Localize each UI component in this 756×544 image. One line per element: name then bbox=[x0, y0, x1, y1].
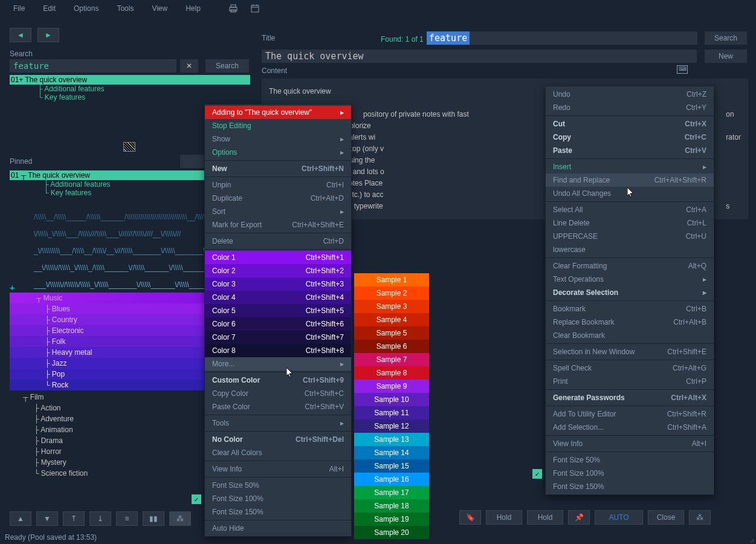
move-top-icon[interactable]: ⤒ bbox=[63, 511, 85, 526]
menu-item[interactable]: Font Size 50% bbox=[205, 479, 351, 492]
menu-item[interactable]: Auto Hide bbox=[205, 522, 351, 535]
sample-color[interactable]: Sample 20 bbox=[354, 526, 429, 539]
close-button[interactable]: Close bbox=[648, 510, 684, 525]
menu-item[interactable]: ✓Font Size 100% bbox=[205, 492, 351, 505]
menu-item[interactable]: Custom ColorCtrl+Shift+9 bbox=[205, 374, 351, 387]
sample-color[interactable]: Sample 14 bbox=[354, 446, 429, 459]
menu-options[interactable]: Options bbox=[65, 2, 107, 15]
menu-item[interactable]: Add Selection...Ctrl+Shift+A bbox=[546, 421, 714, 434]
sample-color[interactable]: Sample 11 bbox=[354, 406, 429, 419]
sample-color[interactable]: Sample 1 bbox=[354, 273, 429, 287]
sample-color[interactable]: Sample 8 bbox=[354, 366, 429, 380]
sample-color[interactable]: Sample 19 bbox=[354, 513, 429, 526]
color-option[interactable]: Color 3Ctrl+Shift+3 bbox=[205, 277, 351, 291]
sample-color[interactable]: Sample 12 bbox=[354, 419, 429, 433]
menu-item[interactable]: Copy ColorCtrl+Shift+C bbox=[205, 387, 351, 400]
sample-color[interactable]: Sample 6 bbox=[354, 340, 429, 353]
menu-view[interactable]: View bbox=[143, 2, 176, 15]
menu-item[interactable]: Decorate Selection▸ bbox=[546, 286, 714, 299]
search-input[interactable] bbox=[10, 59, 176, 73]
auto-button[interactable]: AUTO bbox=[595, 510, 643, 525]
print-icon[interactable] bbox=[228, 4, 238, 13]
menu-item[interactable]: Font Size 150% bbox=[205, 505, 351, 519]
sample-color[interactable]: Sample 4 bbox=[354, 313, 429, 326]
menu-item[interactable]: PasteCtrl+V bbox=[546, 144, 714, 157]
menu-item[interactable]: Replace BookmarkCtrl+Alt+B bbox=[546, 316, 714, 329]
nav-back[interactable]: ◄ bbox=[10, 28, 31, 42]
menu-item[interactable]: Spell CheckCtrl+Alt+G bbox=[546, 361, 714, 375]
title-input[interactable]: The quick overview bbox=[262, 50, 697, 63]
keyboard-icon[interactable]: ⌨ bbox=[677, 65, 688, 74]
sample-color[interactable]: Sample 18 bbox=[354, 499, 429, 513]
menu-item[interactable]: Text Operations▸ bbox=[546, 273, 714, 286]
search-button[interactable]: Search bbox=[205, 59, 249, 73]
search-clear-button[interactable]: ✕ bbox=[180, 59, 198, 73]
color-option[interactable]: Color 4Ctrl+Shift+4 bbox=[205, 291, 351, 304]
settings-icon[interactable]: ⁂ bbox=[689, 510, 711, 525]
menu-item[interactable]: UPPERCASECtrl+U bbox=[546, 230, 714, 243]
menu-item[interactable]: DeleteCtrl+D bbox=[205, 235, 351, 248]
sample-color[interactable]: Sample 10 bbox=[354, 393, 429, 406]
sample-color[interactable]: Sample 15 bbox=[354, 459, 429, 473]
menu-item[interactable]: Stop Editing bbox=[205, 119, 351, 132]
sample-color[interactable]: Sample 16 bbox=[354, 473, 429, 486]
sample-color[interactable]: Sample 13 bbox=[354, 433, 429, 446]
menu-item[interactable]: Font Size 150% bbox=[546, 480, 714, 493]
menu-item[interactable]: lowercase bbox=[546, 243, 714, 256]
color-option[interactable]: Color 6Ctrl+Shift+6 bbox=[205, 317, 351, 331]
menu-item[interactable]: Insert▸ bbox=[546, 160, 714, 173]
menu-item[interactable]: Mark for ExportCtrl+Alt+Shift+E bbox=[205, 218, 351, 232]
menu-item[interactable]: PrintCtrl+P bbox=[546, 375, 714, 388]
color-option[interactable]: Color 8Ctrl+Shift+8 bbox=[205, 344, 351, 357]
color-option[interactable]: Color 7Ctrl+Shift+7 bbox=[205, 331, 351, 344]
sample-color[interactable]: Sample 2 bbox=[354, 287, 429, 300]
results-tree[interactable]: 01+ The quick overview ├ Additional feat… bbox=[10, 75, 250, 102]
menu-item[interactable]: Add To Utility EditorCtrl+Shift+R bbox=[546, 407, 714, 421]
context-menu-tree[interactable]: Adding to "The quick overview"Stop Editi… bbox=[204, 104, 352, 537]
menu-tools[interactable]: Tools bbox=[108, 2, 142, 15]
context-menu-editor[interactable]: UndoCtrl+ZRedoCtrl+YCutCtrl+XCopyCtrl+CP… bbox=[545, 86, 714, 495]
menu-edit[interactable]: Edit bbox=[34, 2, 64, 15]
tree-item[interactable]: ├ Additional features bbox=[10, 85, 250, 93]
menu-item[interactable]: Undo All Changes bbox=[546, 187, 714, 200]
menu-item[interactable]: Selection in New WindowCtrl+Shift+E bbox=[546, 345, 714, 358]
sample-color[interactable]: Sample 5 bbox=[354, 326, 429, 340]
menu-item[interactable]: CopyCtrl+C bbox=[546, 131, 714, 144]
settings-icon[interactable]: ⁂ bbox=[169, 511, 191, 526]
bookmark-icon[interactable]: 🔖 bbox=[459, 510, 481, 525]
sample-color[interactable]: Sample 17 bbox=[354, 486, 429, 499]
menu-item[interactable]: Clear Bookmark bbox=[546, 329, 714, 342]
menu-item[interactable]: DuplicateCtrl+Alt+D bbox=[205, 192, 351, 205]
nav-forward[interactable]: ► bbox=[37, 28, 59, 42]
menu-item[interactable]: UnpinCtrl+I bbox=[205, 178, 351, 192]
hold-button-2[interactable]: Hold bbox=[527, 510, 563, 525]
menu-item[interactable]: ✓Font Size 100% bbox=[546, 467, 714, 480]
move-down-icon[interactable]: ▼ bbox=[36, 511, 58, 526]
add-button[interactable]: + bbox=[10, 283, 15, 293]
menu-item[interactable]: Find and ReplaceCtrl+Alt+Shift+R bbox=[546, 173, 714, 187]
menu-item[interactable]: NewCtrl+Shift+N bbox=[205, 162, 351, 175]
color-option[interactable]: Color 5Ctrl+Shift+5 bbox=[205, 304, 351, 317]
menu-item[interactable]: More...▸ bbox=[205, 357, 351, 371]
menu-item[interactable]: Show▸ bbox=[205, 132, 351, 146]
search-highlight[interactable]: feature bbox=[427, 31, 470, 45]
sort-icon[interactable]: ≡ bbox=[116, 511, 138, 526]
menu-item[interactable]: Select AllCtrl+A bbox=[546, 203, 714, 216]
sample-color[interactable]: Sample 3 bbox=[354, 300, 429, 313]
menu-item[interactable]: Options▸ bbox=[205, 146, 351, 159]
header-search-button[interactable]: Search bbox=[705, 31, 747, 45]
menu-item[interactable]: Font Size 50% bbox=[546, 453, 714, 467]
menu-item[interactable]: Clear All Colors bbox=[205, 446, 351, 459]
sample-color[interactable]: Sample 7 bbox=[354, 353, 429, 366]
color-option[interactable]: Color 1Ctrl+Shift+1 bbox=[205, 251, 351, 264]
menu-item[interactable]: UndoCtrl+Z bbox=[546, 88, 714, 101]
menu-item[interactable]: CutCtrl+X bbox=[546, 117, 714, 131]
hold-button[interactable]: Hold bbox=[486, 510, 522, 525]
tree-item-root[interactable]: 01+ The quick overview bbox=[10, 75, 250, 85]
resize-grip-icon[interactable]: ⣠ bbox=[749, 534, 755, 543]
menu-item[interactable]: BookmarkCtrl+B bbox=[546, 302, 714, 316]
move-bottom-icon[interactable]: ⤓ bbox=[89, 511, 111, 526]
color-sample-submenu[interactable]: Sample 1Sample 2Sample 3Sample 4Sample 5… bbox=[354, 273, 429, 539]
calendar-icon[interactable] bbox=[250, 4, 260, 13]
menu-item[interactable]: Line DeleteCtrl+L bbox=[546, 216, 714, 230]
